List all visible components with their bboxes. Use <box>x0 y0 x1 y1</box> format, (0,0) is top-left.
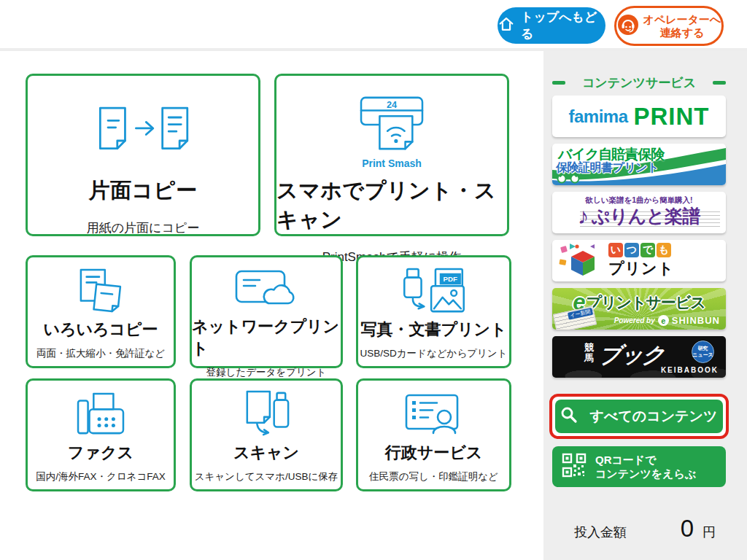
tile-subtitle: USB/SDカードなどからプリント <box>360 347 508 360</box>
tile-title: 写真・文書プリント <box>360 319 506 341</box>
fax-icon <box>74 392 127 437</box>
top-bar: トップへもどる オペレーターへ 連絡する <box>0 0 747 51</box>
tile-scan[interactable]: スキャン スキャンしてスマホ/USBに保存 <box>190 378 343 491</box>
search-icon <box>560 406 578 427</box>
inserted-amount-unit: 円 <box>703 524 716 541</box>
tile-gov-service[interactable]: 行政サービス 住民票の写し・印鑑証明など <box>356 378 511 491</box>
eprint-title: プリントサービス <box>586 292 705 313</box>
print-smash-icon: 24 <box>351 93 433 156</box>
keiba-news-badge: 研究 ニュース <box>692 341 714 363</box>
gov-service-icon <box>403 392 465 437</box>
banner-itsudemo-print[interactable]: い つ で も プリント <box>552 240 726 281</box>
tile-title: 片面コピー <box>89 176 198 206</box>
tile-subtitle: スキャンしてスマホ/USBに保存 <box>195 470 338 483</box>
inserted-amount-value: 0 <box>681 515 694 542</box>
qr-label-line2: コンテンツをえらぶ <box>595 467 696 481</box>
tile-copy-single[interactable]: 片面コピー 用紙の片面にコピー <box>26 74 260 236</box>
print-smash-badge: 24 <box>387 100 397 110</box>
tile-title: スキャン <box>233 442 299 464</box>
eshinbun-e-icon: e <box>658 315 669 326</box>
qr-code-icon <box>562 453 587 481</box>
banner-keibabook[interactable]: 競 馬 ブック 研究 ニュース KEIBABOOK <box>552 336 726 378</box>
back-to-top-button[interactable]: トップへもどる <box>498 7 605 44</box>
banner-bike-insurance[interactable]: バイク自賠責保険 保険証明書プリント <box>552 144 726 185</box>
banner-print-gakufu[interactable]: 欲しい楽譜を1曲から簡単購入! ♪ ぷりんと楽譜 <box>552 192 726 233</box>
contact-operator-label-line1: オペレーターへ <box>643 13 721 26</box>
keiba-kanji-1: 競 <box>584 343 594 353</box>
heading-dash-right <box>713 81 726 85</box>
itsudemo-char: で <box>640 243 655 257</box>
tile-subtitle: 両面・拡大縮小・免許証など <box>36 347 165 360</box>
home-icon <box>498 15 515 36</box>
banner-famima-print[interactable]: famima PRINT <box>552 96 726 137</box>
itsudemo-title: プリント <box>608 258 674 279</box>
print-smash-label: Print Smash <box>362 158 422 169</box>
contact-operator-button[interactable]: オペレーターへ 連絡する <box>614 6 724 46</box>
eprint-powered-by: Powered by <box>614 316 655 324</box>
banner-eprint-service[interactable]: e プリントサービス Powered by e SHINBUN イー新聞 <box>552 288 726 330</box>
tile-smartphone-print-scan[interactable]: 24 Print Smash スマホでプリント・スキャン PrintSmashで… <box>274 74 509 236</box>
itsudemo-char: も <box>657 243 671 257</box>
itsudemo-cube-icon <box>558 242 603 280</box>
keiba-badge-line2: ニュース <box>692 352 713 358</box>
tile-subtitle: 登録したデータをプリント <box>206 366 327 379</box>
content-service-heading: コンテンツサービス <box>552 74 726 91</box>
famima-logo-word2: PRINT <box>634 103 710 131</box>
keiba-kanji-2: 馬 <box>584 353 594 363</box>
tile-fax[interactable]: ファクス 国内/海外FAX・クロネコFAX <box>26 378 176 491</box>
music-note-icon: ♪ <box>578 205 589 228</box>
heading-dash-left <box>552 81 565 85</box>
various-copy-icon <box>73 268 128 314</box>
gakufu-title: ぷりんと楽譜 <box>592 204 700 228</box>
tile-subtitle: 用紙の片面にコピー <box>87 219 200 236</box>
bike-banner-line2: 保険証明書プリント <box>556 160 659 176</box>
eshinbun-brand: SHINBUN <box>672 315 720 326</box>
pdf-label: PDF <box>443 275 457 283</box>
content-service-label: コンテンツサービス <box>582 74 696 91</box>
tile-title: ネットワークプリント <box>192 316 341 359</box>
all-contents-label: すべてのコンテンツ <box>589 407 717 426</box>
keibabook-roman: KEIBABOOK <box>661 366 719 374</box>
keiba-badge-line1: 研究 <box>698 346 708 351</box>
back-to-top-label: トップへもどる <box>521 9 605 42</box>
itsudemo-char: い <box>608 243 623 257</box>
tile-title: いろいろコピー <box>43 319 158 341</box>
keiba-kanji: 競 馬 <box>584 343 594 364</box>
tile-various-copy[interactable]: いろいろコピー 両面・拡大縮小・免許証など <box>26 255 176 368</box>
tile-subtitle: 国内/海外FAX・クロネコFAX <box>36 470 166 483</box>
contact-operator-label-line2: 連絡する <box>643 26 721 39</box>
network-print-icon <box>235 268 298 311</box>
famima-logo-word1: famima <box>568 106 627 127</box>
tile-photo-doc-print[interactable]: PDF 写真・文書プリント USB/SDカードなどからプリント <box>356 255 511 368</box>
tile-title: ファクス <box>68 442 133 464</box>
all-contents-button[interactable]: すべてのコンテンツ <box>555 400 723 433</box>
tile-title: 行政サービス <box>385 442 483 464</box>
tile-title: スマホでプリント・スキャン <box>276 176 507 235</box>
highlight-ring: すべてのコンテンツ <box>549 394 729 439</box>
scan-icon <box>239 392 293 437</box>
itsudemo-char: つ <box>624 243 639 257</box>
inserted-amount-row: 投入金額 0 円 <box>552 515 726 542</box>
qr-select-button[interactable]: QRコードで コンテンツをえらぶ <box>552 446 726 487</box>
keiba-katakana: ブック <box>597 341 665 370</box>
qr-label-line1: QRコードで <box>595 453 696 467</box>
operator-headset-icon <box>617 14 639 39</box>
photo-doc-print-icon: PDF <box>399 268 469 314</box>
tile-network-print[interactable]: ネットワークプリント 登録したデータをプリント <box>190 255 343 368</box>
itsudemo-char-blocks: い つ で も <box>608 243 674 257</box>
copy-single-icon <box>85 106 201 155</box>
inserted-amount-label: 投入金額 <box>574 524 627 541</box>
tile-subtitle: 住民票の写し・印鑑証明など <box>369 470 498 483</box>
